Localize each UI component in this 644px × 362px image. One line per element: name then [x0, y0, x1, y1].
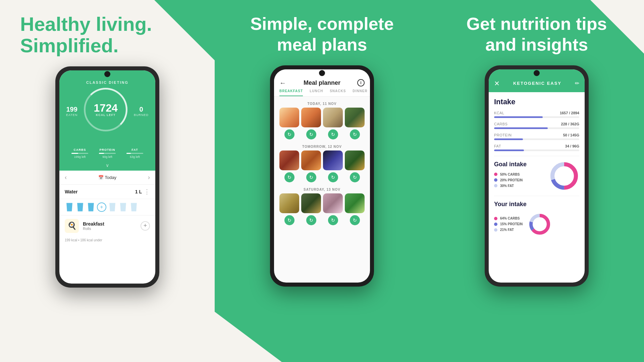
refresh-sat-3[interactable]: ↻: [328, 215, 338, 225]
fat-label: FAT: [494, 144, 501, 148]
section-divider-2: [494, 196, 579, 196]
tab-lunch[interactable]: LUNCH: [310, 89, 323, 96]
protein-label: PROTEIN: [494, 133, 512, 137]
refresh-sat-1[interactable]: ↻: [284, 215, 294, 225]
meal-thumb-tmrw-3[interactable]: [323, 150, 343, 170]
goal-intake-section: Goal intake 50% CARBS 20% PROTEIN: [494, 161, 579, 191]
meal-thumb-today-4[interactable]: [345, 108, 365, 127]
water-more-icon[interactable]: ⋮: [144, 188, 150, 195]
phone-camera: [104, 71, 110, 77]
intake-protein-dot: [494, 223, 497, 226]
panel-meal-plans: Simple, complete meal plans ← Meal plann…: [215, 0, 429, 362]
water-amount: 1 L: [135, 189, 142, 194]
add-meal-button[interactable]: +: [141, 221, 150, 231]
your-intake-title: Your intake: [494, 201, 579, 208]
panel-healthy-living: Healthy living. Simplified. CLASSIC DIET…: [0, 0, 215, 362]
panel3-heading: Get nutrition tips and insights: [429, 0, 644, 62]
refresh-sat-4[interactable]: ↻: [350, 215, 360, 225]
macro-protein-left: 90g left: [99, 155, 116, 159]
meal-tabs: BREAKFAST LUNCH SNACKS DINNER: [274, 86, 370, 97]
protein-row: PROTEIN 50 / 145G: [494, 133, 579, 140]
intake-fat-label: 21% FAT: [500, 228, 514, 232]
meal-thumb-sat-3[interactable]: [323, 193, 343, 213]
kcal-value: 1657 / 2894: [560, 111, 579, 115]
meal-thumb-sat-1[interactable]: [279, 193, 299, 213]
legend-protein: 20% PROTEIN: [494, 178, 544, 182]
refresh-today-4[interactable]: ↻: [350, 129, 360, 139]
kcal-left-label: KCAL LEFT: [96, 113, 116, 117]
prev-day-button[interactable]: ‹: [65, 174, 67, 181]
refresh-today-1[interactable]: ↻: [284, 129, 294, 139]
back-button[interactable]: ←: [279, 79, 286, 87]
calendar-icon: 📅: [98, 175, 105, 180]
water-cups-row: +: [59, 199, 155, 215]
meal-grid-saturday: [279, 193, 365, 213]
carbs-bar: [494, 127, 548, 129]
intake-legend: 64% CARBS 15% PROTEIN 21% FAT: [494, 217, 523, 232]
meal-grid-tomorrow: [279, 150, 365, 170]
burned-label: BURNED: [134, 113, 149, 117]
fat-value: 34 / 96G: [565, 144, 579, 148]
water-cup-1: [65, 202, 74, 213]
intake-fat-dot: [494, 228, 497, 232]
intake-carbs-dot: [494, 217, 497, 220]
carbs-row: CARBS 228 / 362G: [494, 122, 579, 129]
refresh-tmrw-3[interactable]: ↻: [328, 172, 338, 182]
meal-thumb-sat-2[interactable]: [301, 193, 321, 213]
macro-protein-label: PROTEIN: [99, 148, 116, 152]
meal-name: Breakfast: [83, 221, 137, 227]
refresh-tmrw-1[interactable]: ↻: [284, 172, 294, 182]
heading-line1: Healthy living.: [20, 13, 152, 35]
panel-nutrition-tips: Get nutrition tips and insights ✕ KETOGE…: [429, 0, 644, 362]
meal-thumb-tmrw-1[interactable]: [279, 150, 299, 170]
meal-sub: Rolls: [83, 227, 137, 231]
meal-thumb-sat-4[interactable]: [345, 193, 365, 213]
edit-button[interactable]: ✏: [575, 80, 579, 86]
eaten-value: 199: [66, 106, 77, 113]
your-intake-section: Your intake 64% CARBS 15% PRO: [494, 201, 579, 236]
phone2-camera: [319, 70, 325, 76]
meal-thumb-tmrw-2[interactable]: [301, 150, 321, 170]
tab-breakfast[interactable]: BREAKFAST: [279, 89, 303, 96]
add-water-button[interactable]: +: [97, 202, 106, 212]
next-day-button[interactable]: ›: [148, 174, 150, 181]
refresh-tmrw-4[interactable]: ↻: [350, 172, 360, 182]
meal-thumb-tmrw-4[interactable]: [345, 150, 365, 170]
refresh-today-2[interactable]: ↻: [306, 129, 316, 139]
intake-carbs-label: 64% CARBS: [500, 217, 520, 220]
diet-type-label: CLASSIC DIETING: [66, 80, 149, 84]
tab-snacks[interactable]: SNACKS: [330, 89, 346, 96]
carbs-legend-label: 50% CARBS: [500, 173, 520, 176]
kcal-label: KCAL: [494, 111, 504, 115]
panel2-title: Simple, complete meal plans: [235, 13, 409, 55]
refresh-sat-2[interactable]: ↻: [306, 215, 316, 225]
water-cup-2: [75, 202, 85, 213]
meal-thumb-today-1[interactable]: [279, 108, 299, 127]
fat-legend-label: 30% FAT: [500, 184, 514, 188]
carbs-legend-dot: [494, 173, 497, 176]
meal-thumb-today-2[interactable]: [301, 108, 321, 127]
eaten-label: EATEN: [66, 113, 77, 117]
phone-mockup-2: ← Meal planner i BREAKFAST LUNCH SNACKS …: [270, 65, 374, 287]
your-intake-row: 64% CARBS 15% PROTEIN 21% FAT: [494, 213, 579, 236]
phone-mockup-3: ✕ KETOGENIC EASY ✏ Intake KCAL 1657 / 28…: [485, 65, 589, 287]
meal-thumb-today-3[interactable]: [323, 108, 343, 127]
goal-legend: 50% CARBS 20% PROTEIN 30% FAT: [494, 173, 544, 188]
fat-bar: [494, 149, 524, 151]
water-cup-4: [108, 202, 117, 213]
intake-section-title: Intake: [494, 98, 579, 106]
carbs-label: CARBS: [494, 122, 507, 126]
kcal-left-value: 1724: [94, 103, 118, 113]
panel1-heading: Healthy living. Simplified.: [0, 0, 215, 63]
water-cup-5: [118, 202, 128, 213]
meal-grid-today: [279, 108, 365, 127]
refresh-today-3[interactable]: ↻: [328, 129, 338, 139]
macro-fat-left: 63g left: [126, 155, 143, 159]
day-label-tomorrow: TOMORROW, 12 NOV: [279, 142, 365, 150]
tab-dinner[interactable]: DINNER: [353, 89, 367, 96]
meal-kcal-info: 199 kcal • 186 kcal under: [59, 236, 155, 244]
macro-fat-label: FAT: [126, 148, 143, 152]
legend-carbs: 50% CARBS: [494, 173, 544, 176]
close-button[interactable]: ✕: [494, 79, 500, 87]
refresh-tmrw-2[interactable]: ↻: [306, 172, 316, 182]
